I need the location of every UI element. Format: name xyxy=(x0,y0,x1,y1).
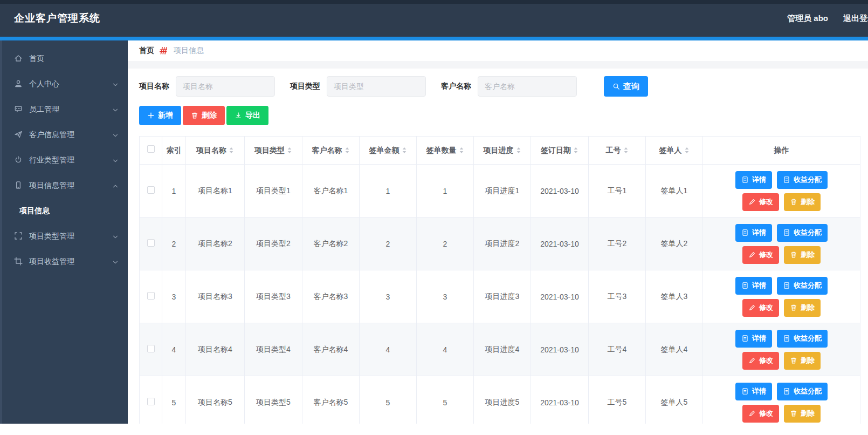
sidebar-item-personal-center[interactable]: 个人中心 xyxy=(0,71,128,97)
sidebar-item-employee-management[interactable]: 员工管理 xyxy=(0,97,128,122)
breadcrumb-home-link[interactable]: 首页 xyxy=(139,46,154,56)
sort-caret-icon[interactable] xyxy=(573,147,578,154)
row-checkbox[interactable] xyxy=(147,239,155,247)
cell: 项目名称3 xyxy=(186,270,245,323)
chevron-down-icon xyxy=(112,157,119,164)
row-delete-button[interactable]: 删除 xyxy=(784,352,821,370)
row-edit-button-label: 修改 xyxy=(759,250,773,260)
column-header-label: 操作 xyxy=(774,145,789,155)
row-detail-button[interactable]: 详情 xyxy=(735,171,772,189)
row-revenue-allocation-button[interactable]: 收益分配 xyxy=(777,171,828,189)
column-header-9[interactable]: 签单人 xyxy=(646,137,703,165)
row-revenue-allocation-button-label: 收益分配 xyxy=(794,228,822,237)
select-all-checkbox[interactable] xyxy=(147,145,155,153)
row-revenue-allocation-button[interactable]: 收益分配 xyxy=(777,277,828,295)
row-checkbox[interactable] xyxy=(147,186,155,194)
delete-button[interactable]: 删除 xyxy=(183,106,225,125)
project-name-input[interactable] xyxy=(176,76,275,97)
row-actions-cell: 详情收益分配修改删除 xyxy=(703,165,860,218)
sort-caret-icon[interactable] xyxy=(516,147,521,154)
row-revenue-allocation-button[interactable]: 收益分配 xyxy=(777,224,828,242)
column-header-3[interactable]: 客户名称 xyxy=(302,137,360,165)
row-edit-button[interactable]: 修改 xyxy=(742,246,779,264)
current-user-link[interactable]: 管理员 abo xyxy=(787,13,828,24)
row-edit-button[interactable]: 修改 xyxy=(742,405,779,423)
cell: 项目名称1 xyxy=(186,165,245,218)
sidebar-item-customer-info-management[interactable]: 客户信息管理 xyxy=(0,122,128,147)
customer-name-input[interactable] xyxy=(478,76,577,97)
export-button[interactable]: 导出 xyxy=(226,106,268,125)
column-header-5[interactable]: 签单数量 xyxy=(417,137,474,165)
row-detail-button[interactable]: 详情 xyxy=(735,224,772,242)
row-revenue-allocation-button[interactable]: 收益分配 xyxy=(777,383,828,400)
sort-caret-icon[interactable] xyxy=(345,147,350,154)
data-table-wrap: 索引项目名称项目类型客户名称签单金额签单数量项目进度签订日期工号签单人操作 1项… xyxy=(139,136,857,424)
row-detail-button[interactable]: 详情 xyxy=(735,330,772,348)
sort-caret-icon[interactable] xyxy=(287,147,292,154)
add-button[interactable]: 新增 xyxy=(139,106,181,125)
sort-caret-icon[interactable] xyxy=(623,147,629,154)
row-edit-button[interactable]: 修改 xyxy=(742,193,779,211)
table-row: 1项目名称1项目类型1客户名称111项目进度12021-03-10工号1签单人1… xyxy=(140,165,860,218)
filter-label-project-type: 项目类型 xyxy=(290,81,320,91)
sidebar-item-label: 首页 xyxy=(29,54,119,64)
column-header-4[interactable]: 签单金额 xyxy=(360,137,417,165)
section-divider xyxy=(128,61,868,69)
column-header-8[interactable]: 工号 xyxy=(589,137,646,165)
search-icon xyxy=(612,83,620,90)
search-button-label: 查询 xyxy=(623,81,639,92)
breadcrumb-separator-icon xyxy=(159,46,169,55)
cell: 项目类型3 xyxy=(245,270,302,323)
column-header-7[interactable]: 签订日期 xyxy=(531,137,589,165)
cell: 工号3 xyxy=(589,270,646,323)
row-checkbox[interactable] xyxy=(147,398,155,405)
column-header-10: 操作 xyxy=(703,137,860,165)
project-type-input[interactable] xyxy=(327,76,426,97)
add-button-label: 新增 xyxy=(158,111,173,120)
cell: 4 xyxy=(417,323,474,376)
topbar-right: 管理员 abo 退出登录 xyxy=(787,13,868,24)
column-header-inner: 客户名称 xyxy=(312,145,350,155)
column-header-1[interactable]: 项目名称 xyxy=(186,137,245,165)
row-edit-button[interactable]: 修改 xyxy=(742,352,779,370)
row-checkbox[interactable] xyxy=(147,292,155,300)
sort-caret-icon[interactable] xyxy=(402,147,407,154)
row-delete-button-label: 删除 xyxy=(801,250,815,260)
sidebar-item-project-info[interactable]: 项目信息 xyxy=(0,198,128,223)
row-delete-button[interactable]: 删除 xyxy=(784,299,821,317)
sidebar-item-project-type-management[interactable]: 项目类型管理 xyxy=(0,223,128,249)
row-edit-button-label: 修改 xyxy=(759,303,773,312)
column-header-label: 签单数量 xyxy=(426,145,457,155)
power-icon xyxy=(14,155,24,165)
sidebar-item-label: 项目类型管理 xyxy=(29,232,112,241)
row-checkbox[interactable] xyxy=(147,345,155,352)
sort-caret-icon[interactable] xyxy=(459,147,464,154)
column-header-6[interactable]: 项目进度 xyxy=(474,137,531,165)
row-edit-button[interactable]: 修改 xyxy=(742,299,779,317)
sidebar-item-home[interactable]: 首页 xyxy=(0,46,128,71)
column-header-label: 工号 xyxy=(606,145,621,155)
row-delete-button[interactable]: 删除 xyxy=(784,405,821,423)
cell: 工号4 xyxy=(589,323,646,376)
sidebar-item-industry-type-management[interactable]: 行业类型管理 xyxy=(0,147,128,173)
row-edit-button-label: 修改 xyxy=(759,356,773,365)
sidebar-item-project-revenue-management[interactable]: 项目收益管理 xyxy=(0,249,128,274)
top-navbar: 企业客户管理系统 管理员 abo 退出登录 xyxy=(0,0,868,37)
row-detail-button[interactable]: 详情 xyxy=(735,383,772,400)
sidebar-item-project-info-management[interactable]: 项目信息管理 xyxy=(0,173,128,198)
row-revenue-allocation-button[interactable]: 收益分配 xyxy=(777,330,828,348)
row-delete-button[interactable]: 删除 xyxy=(784,246,821,264)
sort-caret-icon[interactable] xyxy=(684,147,690,154)
column-header-2[interactable]: 项目类型 xyxy=(245,137,302,165)
user-icon xyxy=(14,79,24,89)
chevron-down-icon xyxy=(112,258,119,266)
cell: 5 xyxy=(360,376,417,424)
row-delete-button[interactable]: 删除 xyxy=(784,193,821,211)
download-icon xyxy=(235,112,242,119)
column-header-inner: 签单金额 xyxy=(369,145,407,155)
row-detail-button[interactable]: 详情 xyxy=(735,277,772,295)
column-header-inner: 操作 xyxy=(774,145,789,155)
logout-link[interactable]: 退出登录 xyxy=(843,13,868,24)
sort-caret-icon[interactable] xyxy=(229,147,234,154)
search-button[interactable]: 查询 xyxy=(604,76,648,97)
